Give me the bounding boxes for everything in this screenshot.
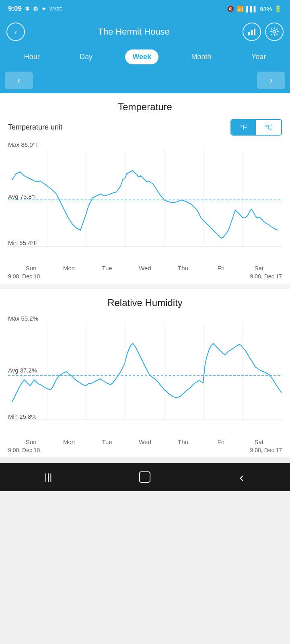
temp-day-3: Wed <box>126 265 164 272</box>
humidity-day-3: Wed <box>126 438 164 445</box>
temp-day-0: Sun <box>12 265 50 272</box>
content-area: Temperature Temperature unit °F ℃ Max 86… <box>0 93 290 457</box>
status-bar: 9:09 ❄ ⚙ ✦ WYZE 🔇 📶 ▌▌▌ 93% 🔋 <box>0 0 290 18</box>
app-icon: WYZE <box>49 6 62 11</box>
humidity-day-6: Sat <box>240 438 278 445</box>
temp-day-2: Tue <box>88 265 126 272</box>
fan-icon: ⚙ <box>33 6 38 12</box>
svg-rect-1 <box>251 30 253 35</box>
arrow-nav: ‹ › <box>0 68 290 93</box>
back-button[interactable]: ‹ <box>6 23 25 41</box>
temperature-title: Temperature <box>8 101 282 113</box>
temp-day-6: Sat <box>240 265 278 272</box>
temp-chart-area: Avg 73.8°F Min 55.4°F <box>8 150 282 262</box>
status-right: 🔇 📶 ▌▌▌ 93% 🔋 <box>227 5 282 12</box>
humidity-day-1: Mon <box>50 438 88 445</box>
tab-month[interactable]: Month <box>184 49 218 64</box>
temperature-section: Temperature Temperature unit °F ℃ Max 86… <box>0 93 290 284</box>
humidity-date-start: 9:08, Dec 10 <box>8 447 40 453</box>
celsius-button[interactable]: ℃ <box>256 120 281 135</box>
mute-icon: 🔇 <box>227 5 234 12</box>
humidity-min-label: Min 25.8% <box>8 413 37 420</box>
wifi-icon: 📶 <box>237 6 244 12</box>
temp-date-start: 9:08, Dec 10 <box>8 273 40 280</box>
menu-button[interactable]: ||| <box>36 465 60 489</box>
humidity-title: Relative Humidity <box>8 297 282 309</box>
tab-week[interactable]: Week <box>125 49 158 64</box>
svg-rect-0 <box>248 32 250 35</box>
temp-day-5: Fri <box>202 265 240 272</box>
wind-icon: ✦ <box>41 6 46 12</box>
humidity-day-4: Thu <box>164 438 202 445</box>
battery-icon: 🔋 <box>274 5 282 12</box>
home-button[interactable] <box>133 465 157 489</box>
next-button[interactable]: › <box>257 72 285 89</box>
temp-days-row: Sun Mon Tue Wed Thu Fri Sat <box>8 265 282 272</box>
back-nav-button[interactable]: ‹ <box>230 465 254 489</box>
chart-icon-button[interactable] <box>243 23 261 41</box>
unit-label: Temperature unit <box>8 123 62 132</box>
prev-button[interactable]: ‹ <box>5 72 33 89</box>
tab-hour[interactable]: Hour <box>17 49 47 64</box>
back-icon: ‹ <box>239 470 244 485</box>
home-icon <box>139 471 150 483</box>
battery-label: 93% <box>260 6 272 12</box>
signal-icon: ▌▌▌ <box>246 6 257 12</box>
nav-icons <box>243 23 284 41</box>
temp-avg-label: Avg 73.8°F <box>8 193 38 200</box>
humidity-date-row: 9:08, Dec 10 9:08, Dec 17 <box>8 447 282 453</box>
status-time: 9:09 ❄ ⚙ ✦ WYZE <box>8 5 62 13</box>
tab-day[interactable]: Day <box>72 49 100 64</box>
page-title: The Hermit House <box>98 27 170 37</box>
humidity-days-row: Sun Mon Tue Wed Thu Fri Sat <box>8 438 282 445</box>
humidity-avg-label: Avg 37.2% <box>8 367 37 374</box>
svg-rect-2 <box>254 29 255 35</box>
humidity-chart-area: Avg 37.2% Min 25.8% <box>8 323 282 436</box>
temp-day-4: Thu <box>164 265 202 272</box>
temp-date-row: 9:08, Dec 10 9:08, Dec 17 <box>8 273 282 280</box>
humidity-max-label: Max 55.2% <box>8 315 282 322</box>
humidity-date-end: 9:08, Dec 17 <box>250 447 282 453</box>
tab-year[interactable]: Year <box>244 49 273 64</box>
temp-chart-svg <box>8 150 282 262</box>
humidity-day-0: Sun <box>12 438 50 445</box>
fahrenheit-button[interactable]: °F <box>231 120 256 135</box>
humidity-day-2: Tue <box>88 438 126 445</box>
tab-bar: Hour Day Week Month Year <box>0 46 290 68</box>
temp-min-label: Min 55.4°F <box>8 239 37 246</box>
unit-toggle: °F ℃ <box>230 119 282 136</box>
humidity-day-5: Fri <box>202 438 240 445</box>
temp-date-end: 9:08, Dec 17 <box>250 273 282 280</box>
humidity-chart-svg <box>8 323 282 436</box>
top-nav: ‹ The Hermit House <box>0 18 290 46</box>
temp-max-label: Max 86.0°F <box>8 141 282 148</box>
unit-toggle-row: Temperature unit °F ℃ <box>8 119 282 136</box>
settings-icon-button[interactable] <box>265 23 284 41</box>
bottom-nav: ||| ‹ <box>0 463 290 491</box>
snowflake-icon: ❄ <box>25 6 30 12</box>
temp-day-1: Mon <box>50 265 88 272</box>
humidity-section: Relative Humidity Max 55.2% Avg 37.2% <box>0 289 290 457</box>
svg-point-3 <box>273 31 276 33</box>
